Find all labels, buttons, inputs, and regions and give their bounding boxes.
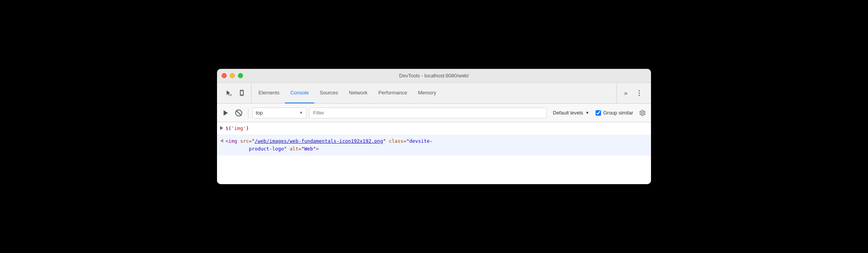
devtools-menu-button[interactable] bbox=[633, 87, 645, 99]
more-icon bbox=[639, 90, 640, 96]
context-value: top bbox=[256, 110, 263, 116]
tab-network[interactable]: Network bbox=[344, 83, 373, 103]
svg-point-6 bbox=[241, 95, 242, 95]
inspect-cursor-button[interactable] bbox=[223, 87, 235, 99]
toolbar-divider-1 bbox=[248, 108, 248, 118]
quote-close-2: " bbox=[284, 146, 290, 152]
minimize-button[interactable] bbox=[230, 73, 235, 78]
attr-src: src= bbox=[240, 138, 252, 144]
svg-point-7 bbox=[642, 112, 644, 114]
tag-close: > bbox=[316, 146, 319, 152]
levels-arrow-icon: ▼ bbox=[586, 111, 589, 115]
console-toolbar: top ▼ Default levels ▼ Group similar bbox=[217, 104, 651, 122]
tab-memory[interactable]: Memory bbox=[413, 83, 442, 103]
group-similar-checkbox[interactable] bbox=[596, 110, 601, 116]
device-toolbar-button[interactable] bbox=[236, 87, 248, 99]
devtools-window: DevTools - localhost:8080/web/ bbox=[217, 69, 651, 184]
close-button[interactable] bbox=[222, 73, 227, 78]
input-prompt-icon bbox=[220, 126, 223, 130]
src-link[interactable]: /web/images/web-fundamentals-icon192x192… bbox=[255, 138, 383, 144]
filter-input[interactable] bbox=[309, 108, 547, 118]
string-arg: 'img' bbox=[231, 125, 246, 131]
traffic-lights bbox=[222, 73, 243, 78]
console-output-code: <img src="/web/images/web-fundamentals-i… bbox=[226, 137, 432, 153]
context-select[interactable]: top ▼ bbox=[252, 108, 307, 118]
tab-elements[interactable]: Elements bbox=[253, 83, 285, 103]
attr-src-quote-close: " bbox=[383, 138, 386, 144]
tab-performance[interactable]: Performance bbox=[373, 83, 412, 103]
mobile-icon bbox=[239, 90, 246, 97]
output-prompt-icon bbox=[220, 139, 223, 143]
paren-close: ) bbox=[246, 125, 249, 131]
group-similar-text: Group similar bbox=[603, 110, 633, 116]
window-title: DevTools - localhost:8080/web/ bbox=[399, 73, 469, 79]
title-bar: DevTools - localhost:8080/web/ bbox=[217, 69, 651, 83]
no-symbol-icon bbox=[235, 109, 242, 116]
console-content: $('img') <img src="/web/images/web-funda… bbox=[217, 122, 651, 184]
play-icon bbox=[224, 110, 228, 116]
console-input-line: $('img') bbox=[217, 122, 651, 135]
attr-class-val: "devsite- bbox=[406, 138, 433, 144]
attr-alt-val: "Web" bbox=[301, 146, 316, 152]
console-input-code: $('img') bbox=[226, 125, 249, 132]
attr-alt: alt= bbox=[290, 146, 301, 152]
dollar-sign: $ bbox=[226, 125, 229, 131]
cursor-icon bbox=[226, 90, 232, 97]
paren-open: ( bbox=[229, 125, 232, 131]
more-tabs-button[interactable]: » bbox=[620, 87, 632, 99]
maximize-button[interactable] bbox=[238, 73, 243, 78]
clear-console-button[interactable] bbox=[233, 108, 244, 118]
console-output-line: <img src="/web/images/web-fundamentals-i… bbox=[217, 135, 651, 156]
context-select-arrow: ▼ bbox=[299, 111, 303, 115]
execute-button[interactable] bbox=[220, 108, 231, 118]
tabs-right-controls: » bbox=[617, 83, 648, 103]
svg-rect-0 bbox=[230, 94, 232, 95]
devtools-icons bbox=[220, 83, 251, 103]
svg-rect-1 bbox=[230, 95, 232, 96]
settings-button[interactable] bbox=[637, 108, 648, 118]
log-levels-button[interactable]: Default levels ▼ bbox=[549, 108, 593, 118]
tab-console[interactable]: Console bbox=[285, 83, 314, 103]
levels-label: Default levels bbox=[553, 110, 583, 116]
group-similar-label[interactable]: Group similar bbox=[596, 110, 633, 116]
tag-open: <img bbox=[226, 138, 240, 144]
attr-class: class= bbox=[389, 138, 406, 144]
tabs-bar: Elements Console Sources Network Perform… bbox=[217, 83, 651, 104]
tab-sources[interactable]: Sources bbox=[314, 83, 344, 103]
gear-icon bbox=[639, 110, 646, 116]
class-value-2: product-logo bbox=[249, 146, 284, 152]
